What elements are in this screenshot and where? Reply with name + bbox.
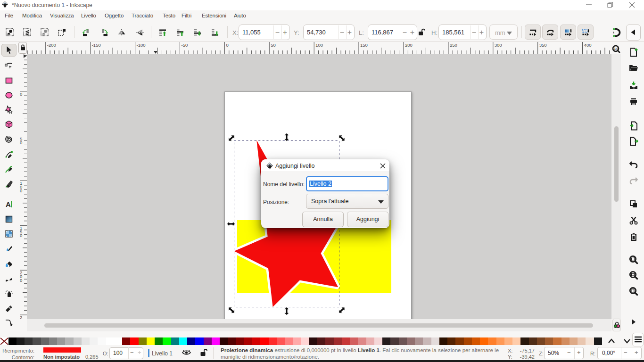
svg-text:-150: -150 xyxy=(92,42,101,48)
svg-text:-100: -100 xyxy=(137,42,146,48)
svg-text:1:1: 1:1 xyxy=(614,47,619,50)
svg-text:200: 200 xyxy=(405,42,413,48)
svg-text:350: 350 xyxy=(539,42,547,48)
svg-text:50: 50 xyxy=(271,42,276,48)
svg-text:-200: -200 xyxy=(47,42,56,48)
svg-text:0: 0 xyxy=(20,188,22,193)
svg-text:100: 100 xyxy=(315,42,323,48)
svg-text:300: 300 xyxy=(495,42,502,48)
svg-text:0: 0 xyxy=(226,42,228,48)
svg-text:-50: -50 xyxy=(182,42,188,48)
svg-text:5: 5 xyxy=(20,319,22,319)
svg-text:250: 250 xyxy=(450,42,457,48)
svg-text:0: 0 xyxy=(20,91,22,97)
svg-text:0: 0 xyxy=(20,233,22,238)
svg-text:0: 0 xyxy=(20,278,22,283)
svg-text:400: 400 xyxy=(584,42,592,48)
svg-text:0: 0 xyxy=(20,140,22,145)
svg-text:A: A xyxy=(6,200,11,208)
svg-text:150: 150 xyxy=(360,42,368,48)
